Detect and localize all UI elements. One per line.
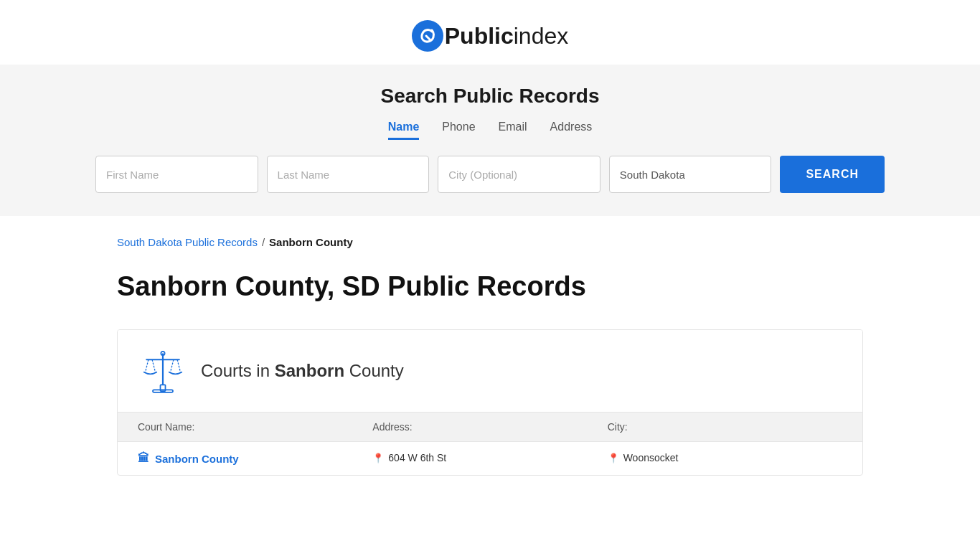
court-building-icon: 🏛 xyxy=(138,452,149,465)
col-city-label: City: xyxy=(608,421,842,433)
tab-email[interactable]: Email xyxy=(499,121,527,140)
courts-section: Courts in Sanborn County Court Name: Add… xyxy=(117,329,863,476)
first-name-input[interactable] xyxy=(95,156,258,193)
search-section: Search Public Records Name Phone Email A… xyxy=(0,65,980,216)
svg-line-7 xyxy=(171,359,174,372)
breadcrumb-separator: / xyxy=(262,236,265,248)
search-tabs: Name Phone Email Address xyxy=(388,121,593,140)
breadcrumb: South Dakota Public Records / Sanborn Co… xyxy=(117,236,863,248)
tab-phone[interactable]: Phone xyxy=(442,121,475,140)
page-heading: Sanborn County, SD Public Records xyxy=(117,271,863,302)
svg-line-5 xyxy=(146,359,149,372)
courts-title: Courts in Sanborn County xyxy=(201,361,404,381)
scales-of-justice-icon xyxy=(138,346,188,396)
tab-name[interactable]: Name xyxy=(388,121,420,140)
court-name-link[interactable]: 🏛 Sanborn County xyxy=(138,452,372,465)
logo-icon xyxy=(412,20,443,52)
table-row: 🏛 Sanborn County 📍 604 W 6th St 📍 Woonso… xyxy=(118,441,862,475)
court-name-text: Sanborn County xyxy=(155,453,239,465)
court-name-cell: 🏛 Sanborn County xyxy=(138,452,372,465)
address-pin-icon: 📍 xyxy=(372,453,384,463)
svg-line-8 xyxy=(177,359,180,372)
courts-title-suffix: County xyxy=(344,361,404,380)
logo-public-text: Public xyxy=(445,23,514,50)
search-form: South Dakota Alabama Alaska Arizona Arka… xyxy=(95,156,885,193)
header: Public index xyxy=(0,0,980,65)
court-city-text: Woonsocket xyxy=(623,452,679,463)
last-name-input[interactable] xyxy=(267,156,430,193)
logo-index-text: index xyxy=(514,23,569,50)
col-address-label: Address: xyxy=(372,421,607,433)
city-pin-icon: 📍 xyxy=(608,453,619,463)
state-select[interactable]: South Dakota Alabama Alaska Arizona Arka… xyxy=(609,156,772,193)
search-title: Search Public Records xyxy=(380,85,599,108)
table-header: Court Name: Address: City: xyxy=(118,412,862,441)
col-court-name-label: Court Name: xyxy=(138,421,372,433)
search-button[interactable]: SEARCH xyxy=(780,156,885,193)
courts-title-county: Sanborn xyxy=(275,361,344,380)
breadcrumb-link[interactable]: South Dakota Public Records xyxy=(117,236,258,248)
logo[interactable]: Public index xyxy=(412,20,569,52)
court-city-cell: 📍 Woonsocket xyxy=(608,452,842,463)
tab-address[interactable]: Address xyxy=(550,121,593,140)
court-address-text: 604 W 6th St xyxy=(388,452,446,463)
svg-line-6 xyxy=(152,359,155,372)
courts-header: Courts in Sanborn County xyxy=(118,330,862,412)
main-content: South Dakota Public Records / Sanborn Co… xyxy=(60,216,920,476)
breadcrumb-current: Sanborn County xyxy=(269,236,353,248)
courts-title-prefix: Courts in xyxy=(201,361,275,380)
court-address-cell: 📍 604 W 6th St xyxy=(372,452,607,463)
city-input[interactable] xyxy=(438,156,600,193)
